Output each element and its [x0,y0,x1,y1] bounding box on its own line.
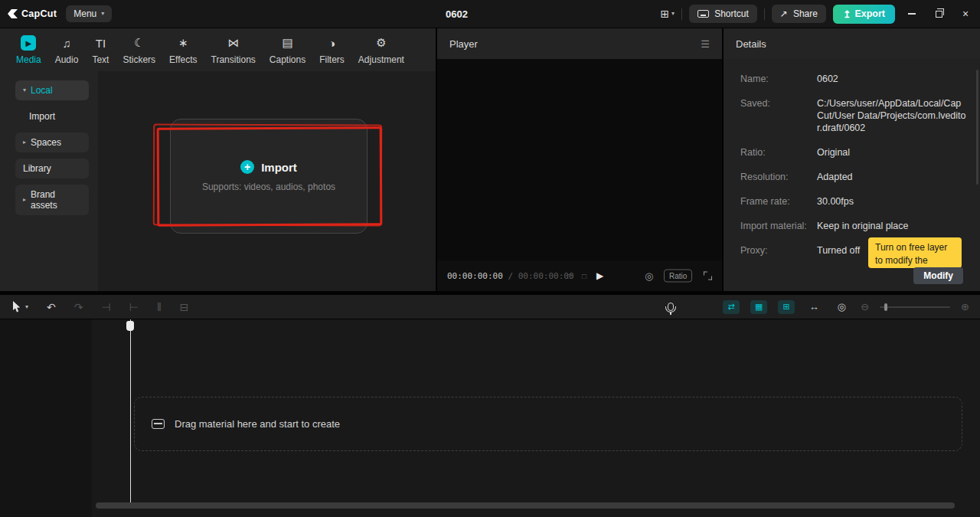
tab-label: Effects [169,54,197,65]
details-scrollbar[interactable] [976,70,978,185]
zoom-slider-handle[interactable] [884,303,887,311]
details-row: Name:0602 [740,73,966,85]
details-row-value: Original [817,146,966,159]
details-row: Import material:Keep in original place [740,220,966,232]
details-row-value: 30.00fps [817,195,966,208]
sidebar-item-brand-assets[interactable]: ▸Brand assets [15,185,89,215]
import-title: Import [261,161,297,174]
record-voiceover-button[interactable] [668,295,674,319]
redo-button[interactable]: ↷ [74,302,83,312]
capcut-logo-icon [8,9,18,18]
tab-adjustment[interactable]: ⚙Adjustment [351,35,411,65]
chevron-down-icon: ▾ [671,11,675,17]
link-toggle-button[interactable]: ⊞ [778,300,795,314]
details-row-label: Name: [740,73,817,85]
project-title: 0602 [446,8,468,20]
caret-icon: ▸ [23,197,26,203]
captions-tab-icon: ▤ [280,35,296,51]
stickers-tab-icon: ☾ [132,35,147,51]
details-row: Ratio:Original [740,146,966,159]
import-dropzone[interactable]: + Import Supports: videos, audios, photo… [170,119,368,234]
player-controls: 00:00:00:00 / 00:00:00:00 □ □ ▶ ◎ Ratio [437,260,722,291]
text-tab-icon: TI [93,35,108,51]
timecode-separator: / [503,271,518,281]
maximize-button[interactable] [929,4,949,24]
sidebar-item-import[interactable]: Import [15,106,89,126]
auto-ripple-toggle-button[interactable]: ⇄ [723,300,740,314]
add-plus-icon: + [240,160,254,174]
details-row-label: Ratio: [740,146,817,159]
adjustment-tab-icon: ⚙ [374,35,389,51]
effects-tab-icon: ∗ [175,35,191,51]
restore-icon [936,11,942,18]
tab-text[interactable]: TIText [85,35,116,65]
undo-button[interactable]: ↶ [47,302,56,312]
preview-axis-button[interactable]: ↔ [805,300,822,314]
plus-glyph: + [244,162,250,172]
timecode: 00:00:00:00 / 00:00:00:00 [447,271,574,281]
tab-stickers[interactable]: ☾Stickers [116,35,162,65]
menu-button[interactable]: Menu ▾ [66,5,112,22]
tab-filters[interactable]: ◑Filters [312,35,351,65]
tab-captions[interactable]: ▤Captions [263,35,312,65]
minimize-button[interactable] [902,4,922,24]
sidebar-item-local[interactable]: ▾Local [15,80,89,100]
tab-label: Text [92,54,109,65]
split-right-button[interactable]: ⊢ [129,302,139,312]
sidebar-item-label: Spaces [31,137,61,148]
menu-button-label: Menu [74,8,96,19]
export-button-label: Export [854,8,885,19]
frame-grid-icon-a[interactable]: □ [567,272,572,280]
share-button[interactable]: ↗ Share [772,5,826,23]
media-tab-bar: ▶Media♫AudioTIText☾Stickers∗Effects⋈Tran… [0,28,436,70]
select-tool-button[interactable]: ▾ [12,301,28,312]
shortcut-button[interactable]: Shortcut [689,5,757,23]
player-panel: Player ☰ 00:00:00:00 / 00:00:00:00 □ □ ▶… [437,28,722,291]
fullscreen-icon[interactable] [704,272,712,280]
sidebar-item-spaces[interactable]: ▸Spaces [15,133,89,152]
close-button[interactable]: × [956,4,975,24]
modify-button[interactable]: Modify [913,267,963,284]
delete-button[interactable]: ⊟ [180,302,189,312]
tab-transitions[interactable]: ⋈Transitions [204,35,263,65]
tab-audio[interactable]: ♫Audio [48,35,86,65]
player-panel-title: Player [449,38,478,50]
tab-label: Adjustment [358,54,404,65]
tab-media[interactable]: ▶Media [9,35,48,65]
layout-switch-button[interactable]: ⊞ ▾ [660,8,675,20]
share-button-label: Share [793,8,818,19]
share-icon: ↗ [780,8,788,19]
tab-effects[interactable]: ∗Effects [162,35,204,65]
play-button[interactable]: ▶ [596,270,603,281]
playhead[interactable] [130,319,131,503]
focus-icon[interactable]: ◎ [645,270,653,282]
split-button[interactable]: ‖ [157,302,162,312]
details-row-value: Keep in original place [817,220,966,232]
ratio-button[interactable]: Ratio [664,270,692,283]
media-tab-icon: ▶ [21,35,36,51]
track-icon [152,419,165,429]
timeline-zoom-slider[interactable] [880,306,950,308]
timeline-dropzone[interactable]: Drag material here and start to create [134,397,962,451]
details-row: Frame rate:30.00fps [740,195,966,208]
divider [764,8,765,20]
frame-grid-icon-b[interactable]: □ [582,272,586,280]
layout-icon: ⊞ [660,8,669,20]
export-button[interactable]: ↥ Export [833,5,895,24]
details-row-label: Frame rate: [740,195,817,208]
zoom-out-icon[interactable]: ⊖ [861,302,869,312]
import-subtitle: Supports: videos, audios, photos [202,182,335,192]
snapping-toggle-button[interactable]: ▦ [750,300,767,314]
capcut-logo: CapCut [8,8,57,19]
player-menu-icon[interactable]: ☰ [701,38,710,50]
cursor-icon [12,301,21,312]
timeline-scrollbar[interactable] [96,502,955,509]
timeline-drop-hint: Drag material here and start to create [175,418,340,430]
tab-label: Media [16,54,41,65]
zoom-in-icon[interactable]: ⊕ [961,302,969,312]
tab-label: Captions [270,54,305,65]
render-preview-button[interactable]: ◎ [833,300,850,314]
sidebar-item-library[interactable]: Library [15,159,89,178]
split-left-button[interactable]: ⊣ [101,302,110,312]
playhead-handle[interactable] [126,321,134,331]
